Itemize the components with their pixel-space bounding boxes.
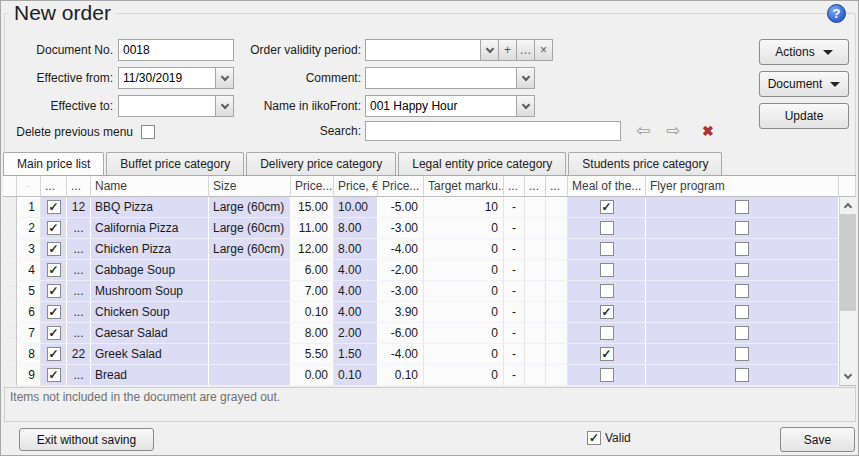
row-included-checkbox[interactable]: ✓ [47, 263, 61, 277]
row-included-checkbox[interactable]: ✓ [47, 368, 61, 382]
flyer-program-checkbox[interactable] [735, 221, 749, 235]
row-included-checkbox[interactable]: ✓ [47, 347, 61, 361]
table-row[interactable]: 7✓...Caesar Salad8.002.00-6.000- [3, 323, 856, 344]
exit-without-saving-button[interactable]: Exit without saving [19, 428, 154, 451]
order-validity-browse-button[interactable]: … [516, 40, 534, 60]
meal-of-the-day-checkbox[interactable]: ✓ [600, 200, 614, 214]
column-header-price[interactable]: Price... [378, 176, 424, 197]
cell-flyer [646, 218, 839, 239]
order-validity-dropdown-button[interactable] [480, 40, 498, 60]
effective-to-input[interactable] [119, 96, 215, 116]
tab-main-price-list[interactable]: Main price list [3, 152, 104, 175]
search-input[interactable] [366, 122, 620, 140]
meal-of-the-day-checkbox[interactable] [600, 263, 614, 277]
row-included-checkbox[interactable]: ✓ [47, 326, 61, 340]
name-in-iikofront-input[interactable] [366, 96, 516, 116]
column-header-blank-10[interactable]: ... [525, 176, 546, 197]
table-scrollbar[interactable] [839, 197, 856, 385]
scrollbar-thumb[interactable] [840, 214, 856, 311]
flyer-program-checkbox[interactable] [735, 368, 749, 382]
meal-of-the-day-checkbox[interactable]: ✓ [600, 347, 614, 361]
column-header-name[interactable]: Name [91, 176, 209, 197]
cell-included: ✓ [41, 218, 67, 239]
effective-to-dropdown-button[interactable] [215, 96, 233, 116]
save-button-label: Save [804, 433, 831, 447]
search-clear-icon[interactable]: ✖ [702, 121, 714, 141]
meal-of-the-day-checkbox[interactable]: ✓ [600, 305, 614, 319]
table-row[interactable]: 4✓...Cabbage Soup6.004.00-2.000- [3, 260, 856, 281]
order-validity-period-input[interactable] [366, 40, 480, 60]
column-header-price[interactable]: Price, € [334, 176, 378, 197]
update-button[interactable]: Update [759, 103, 849, 129]
row-included-checkbox[interactable]: ✓ [47, 221, 61, 235]
table-row[interactable]: 9✓...Bread0.000.100.100- [3, 365, 856, 386]
meal-of-the-day-checkbox[interactable] [600, 284, 614, 298]
meal-of-the-day-checkbox[interactable] [600, 242, 614, 256]
table-row[interactable]: 2✓...California PizzaLarge (60cm)11.008.… [3, 218, 856, 239]
flyer-program-checkbox[interactable] [735, 305, 749, 319]
effective-from-dropdown-button[interactable] [215, 68, 233, 88]
name-in-iikofront-dropdown-button[interactable] [516, 96, 534, 116]
column-header-size[interactable]: Size [209, 176, 291, 197]
cell-price_eur: 1.50 [334, 344, 378, 365]
document-button[interactable]: Document [759, 71, 849, 97]
flyer-program-checkbox[interactable] [735, 347, 749, 361]
tab-buffet-price-category[interactable]: Buffet price category [106, 152, 244, 175]
delete-previous-menu-checkbox[interactable] [141, 125, 155, 139]
column-header-blank-2[interactable]: ... [67, 176, 91, 197]
flyer-program-checkbox[interactable] [735, 326, 749, 340]
column-header-blank-11[interactable]: ... [546, 176, 568, 197]
table-row[interactable]: 8✓22Greek Salad5.501.50-4.000-✓ [3, 344, 856, 365]
cell-price3: -3.00 [378, 218, 424, 239]
tab-legal-entity-price-category[interactable]: Legal entity price category [398, 152, 566, 175]
column-header-flyer-program[interactable]: Flyer program [646, 176, 839, 197]
column-header-target-marku[interactable]: Target marku... [424, 176, 504, 197]
meal-of-the-day-checkbox[interactable] [600, 221, 614, 235]
name-in-iikofront-field-box [365, 95, 535, 117]
effective-from-label: Effective from: [9, 67, 113, 89]
row-included-checkbox[interactable]: ✓ [47, 242, 61, 256]
effective-from-field-box [118, 67, 234, 89]
search-prev-icon[interactable]: ⇦ [636, 121, 650, 141]
valid-checkbox[interactable]: ✓ [587, 431, 601, 445]
column-header-price[interactable]: Price... [291, 176, 334, 197]
table-row[interactable]: 5✓...Mushroom Soup7.004.00-3.000- [3, 281, 856, 302]
flyer-program-checkbox[interactable] [735, 263, 749, 277]
cell-n: 6 [17, 302, 41, 323]
flyer-program-checkbox[interactable] [735, 284, 749, 298]
cell-size [209, 344, 291, 365]
column-header-blank-1[interactable]: ... [41, 176, 67, 197]
comment-input[interactable] [366, 68, 516, 88]
column-header-meal-of-the[interactable]: Meal of the... [568, 176, 646, 197]
scroll-down-button[interactable] [840, 368, 856, 385]
search-next-icon[interactable]: ⇨ [666, 121, 680, 141]
order-validity-clear-button[interactable]: × [534, 40, 552, 60]
row-included-checkbox[interactable]: ✓ [47, 284, 61, 298]
table-row[interactable]: 6✓...Chicken Soup0.104.003.900-✓ [3, 302, 856, 323]
actions-button[interactable]: Actions [759, 39, 849, 65]
tab-delivery-price-category[interactable]: Delivery price category [246, 152, 396, 175]
row-gutter [3, 260, 17, 281]
tab-students-price-category[interactable]: Students price category [568, 152, 722, 175]
effective-from-input[interactable] [119, 68, 215, 88]
table-row[interactable]: 3✓...Chicken PizzaLarge (60cm)12.008.00-… [3, 239, 856, 260]
comment-dropdown-button[interactable] [516, 68, 534, 88]
meal-of-the-day-checkbox[interactable] [600, 368, 614, 382]
cell-markup: 0 [424, 323, 504, 344]
row-included-checkbox[interactable]: ✓ [47, 200, 61, 214]
scroll-up-button[interactable] [840, 197, 856, 214]
order-validity-add-button[interactable]: + [498, 40, 516, 60]
document-no-input[interactable] [119, 40, 233, 60]
column-header-blank-0[interactable]: · [17, 176, 41, 197]
save-button[interactable]: Save [780, 427, 855, 452]
table-row[interactable]: 1✓12BBQ PizzaLarge (60cm)15.0010.00-5.00… [3, 197, 856, 218]
meal-of-the-day-checkbox[interactable] [600, 326, 614, 340]
chevron-down-icon [844, 371, 852, 379]
flyer-program-checkbox[interactable] [735, 242, 749, 256]
column-header-blank-9[interactable]: ... [504, 176, 525, 197]
row-included-checkbox[interactable]: ✓ [47, 305, 61, 319]
cell-name: BBQ Pizza [91, 197, 209, 218]
help-icon[interactable]: ? [827, 4, 846, 23]
cell-price3: -2.00 [378, 260, 424, 281]
flyer-program-checkbox[interactable] [735, 200, 749, 214]
